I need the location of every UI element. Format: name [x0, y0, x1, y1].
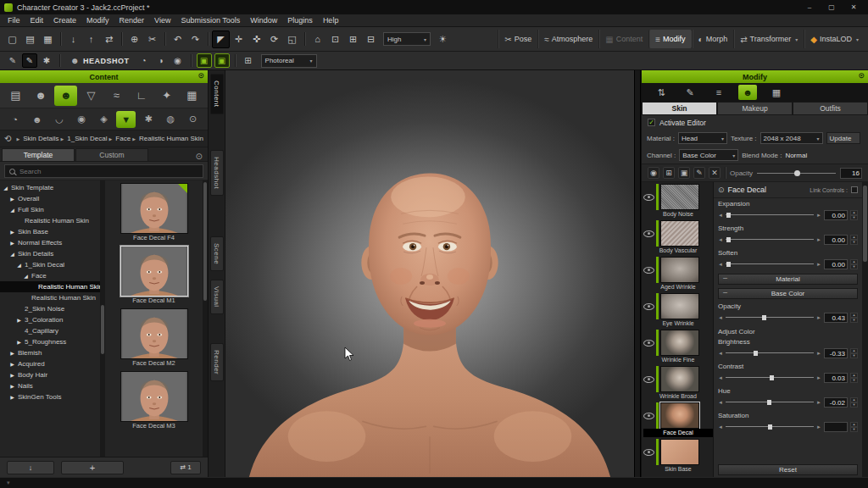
thumbnail-item[interactable]: Face Decal M1: [120, 246, 188, 305]
visibility-eye-icon[interactable]: [643, 340, 654, 347]
skin-layer-item[interactable]: Body Noise: [642, 182, 713, 219]
collapse-icon[interactable]: –: [723, 288, 727, 297]
slider-thumb[interactable]: [726, 213, 731, 218]
slider-right-arrow[interactable]: ►: [816, 424, 821, 430]
toolbar-icon[interactable]: [301, 30, 309, 48]
fit-view-icon[interactable]: ⊞: [344, 30, 362, 48]
makeup-icon[interactable]: ◍: [161, 111, 181, 128]
tree-item[interactable]: Realistic Human Skin: [0, 215, 100, 226]
eyes-icon[interactable]: ◉: [72, 111, 92, 128]
shoes-icon[interactable]: ∟: [131, 86, 153, 106]
slider-thumb[interactable]: [754, 351, 758, 356]
menu-item[interactable]: Modify: [81, 15, 114, 25]
delete-icon[interactable]: ✕: [709, 167, 721, 179]
toolbar-icon[interactable]: [118, 30, 125, 48]
visibility-eye-icon[interactable]: [643, 267, 654, 274]
slider-left-arrow[interactable]: ◄: [718, 262, 723, 267]
library-tab[interactable]: Custom: [75, 148, 148, 161]
slider-right-arrow[interactable]: ►: [816, 237, 821, 242]
panel-splitter[interactable]: [634, 70, 641, 477]
channel-select[interactable]: Base Color▾: [679, 149, 738, 161]
slider-left-arrow[interactable]: ◄: [718, 351, 723, 356]
menu-item[interactable]: View: [149, 15, 175, 25]
tree-item[interactable]: Normal Effects: [0, 237, 100, 248]
tree-item[interactable]: Body Hair: [0, 369, 100, 380]
edit-pose-icon[interactable]: ✂: [143, 30, 161, 48]
skin-layer-item[interactable]: Face Decal: [642, 401, 713, 437]
thumbnail-scrollbar[interactable]: [203, 180, 208, 457]
tabs-options-icon[interactable]: ⊙: [192, 152, 206, 161]
accessory-icon[interactable]: ✦: [155, 86, 178, 106]
pack-icon[interactable]: ⇄: [100, 30, 118, 48]
avatar-icon[interactable]: ☻: [54, 86, 77, 106]
library-tab[interactable]: Template: [2, 148, 75, 161]
slider-left-arrow[interactable]: ◄: [718, 400, 723, 405]
tree-item[interactable]: Skin Template: [0, 182, 100, 193]
modify-tab[interactable]: Skin: [642, 102, 717, 115]
menu-item[interactable]: Window: [245, 15, 282, 25]
visibility-eye-icon[interactable]: [643, 194, 654, 201]
skin-editor-icon[interactable]: ☻: [738, 85, 757, 100]
headshot-button[interactable]: ☻ HEADSHOT: [65, 53, 135, 69]
skin-layer-item[interactable]: Wrinkle Fine: [642, 328, 713, 364]
slider-right-arrow[interactable]: ►: [816, 400, 821, 405]
skin-layer-item[interactable]: Skin Base: [642, 437, 713, 474]
content-button[interactable]: ▦ Content: [598, 30, 648, 48]
material-section-header[interactable]: – Material: [718, 274, 858, 285]
tree-item[interactable]: Full Skin: [0, 204, 100, 215]
pick-icon[interactable]: ✛: [230, 30, 248, 48]
tree-arrow-icon[interactable]: [16, 262, 22, 268]
slider-thumb[interactable]: [768, 424, 772, 430]
visibility-eye-icon[interactable]: [643, 303, 654, 310]
tree-arrow-icon[interactable]: [9, 394, 15, 400]
layer-thumbnail[interactable]: [660, 293, 699, 319]
slider-track[interactable]: [726, 239, 814, 240]
slider-value[interactable]: 0.00: [824, 235, 848, 245]
slider-stepper[interactable]: ▲▼: [850, 348, 858, 358]
slider-thumb[interactable]: [726, 237, 731, 242]
import-icon[interactable]: ↓: [64, 30, 82, 48]
skin-layer-item[interactable]: Aged Wrinkle: [642, 255, 713, 291]
slider-value[interactable]: [824, 422, 848, 432]
tree-arrow-icon[interactable]: [9, 372, 15, 378]
tree-item[interactable]: Face: [0, 270, 100, 281]
tree-item[interactable]: 3_Coloration: [0, 314, 100, 325]
texture-checker-icon[interactable]: ▦: [767, 85, 786, 100]
collapse-icon[interactable]: –: [723, 274, 727, 282]
timeline-collapse-icon[interactable]: ▾: [7, 480, 10, 486]
download-button[interactable]: ↓: [7, 461, 54, 474]
back-icon[interactable]: ⟲: [4, 134, 11, 143]
slider-right-arrow[interactable]: ►: [816, 351, 821, 356]
tree-item[interactable]: Acquired: [0, 358, 100, 369]
edit-icon[interactable]: ✎: [681, 85, 699, 100]
layer-thumbnail[interactable]: [660, 330, 699, 356]
layer-thumbnail[interactable]: [660, 366, 699, 392]
visibility-eye-icon[interactable]: [643, 413, 654, 419]
light-icon[interactable]: ☀: [434, 30, 452, 48]
texture-select[interactable]: 2048 x 2048▾: [760, 132, 823, 144]
paint-icon[interactable]: ✎: [693, 167, 705, 179]
toolbar-icon[interactable]: [204, 30, 212, 48]
stamp-icon[interactable]: ✱: [39, 53, 54, 68]
tree-item[interactable]: Overall: [0, 193, 100, 204]
slider-left-arrow[interactable]: ◄: [718, 375, 723, 380]
slider-thumb[interactable]: [762, 315, 766, 320]
slider-left-arrow[interactable]: ◄: [718, 424, 723, 430]
menu-item[interactable]: Render: [114, 15, 150, 25]
atmosphere-button[interactable]: ≈ Atmosphere: [537, 30, 598, 48]
save-project-icon[interactable]: ▦: [39, 30, 57, 48]
tattoo-icon[interactable]: ✱: [139, 111, 159, 128]
slider-stepper[interactable]: ▲▼: [850, 422, 858, 432]
material-icon[interactable]: ◈: [94, 111, 114, 128]
layer-thumbnail[interactable]: [660, 257, 699, 283]
slider-left-arrow[interactable]: ◄: [718, 315, 723, 320]
tree-arrow-icon[interactable]: [9, 196, 15, 202]
duplicate-icon[interactable]: ⊞: [663, 167, 675, 179]
slider-value[interactable]: 0.00: [824, 210, 848, 220]
mask-icon[interactable]: ◔: [136, 53, 152, 68]
tree-item[interactable]: Realistic Human Skin: [0, 292, 100, 303]
slider-stepper[interactable]: ▲▼: [850, 373, 858, 383]
zoom-icon[interactable]: ⊕: [125, 30, 143, 48]
breadcrumb-item[interactable]: Realistic Human Skin: [132, 135, 203, 142]
tree-arrow-icon[interactable]: [16, 317, 22, 323]
